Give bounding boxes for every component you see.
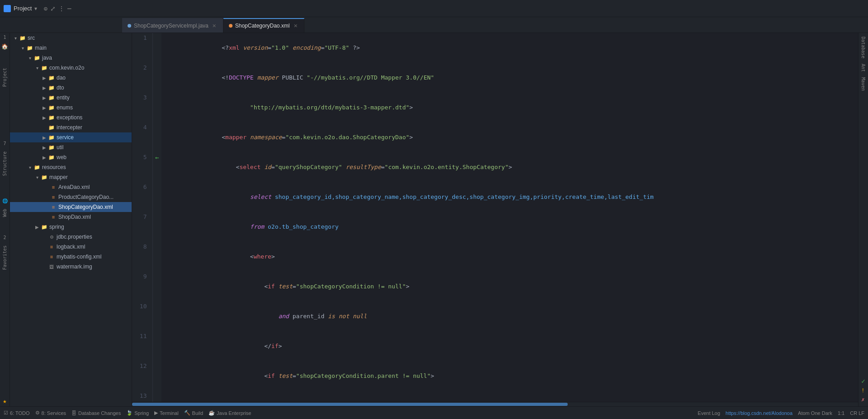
spring-folder-icon: 📁 — [41, 223, 48, 231]
star-icon[interactable]: ★ — [3, 397, 6, 405]
left-vtab-project[interactable]: Project — [1, 66, 8, 89]
expand-icon[interactable]: ⤢ — [50, 5, 56, 12]
dao-label: dao — [57, 75, 66, 81]
sidebar-item-main[interactable]: ▾ 📁 main — [10, 43, 132, 53]
line-num-13: 13 — [132, 391, 152, 402]
java-folder-icon: 📁 — [33, 54, 41, 61]
sidebar-item-mapper[interactable]: ▾ 📁 mapper — [10, 172, 132, 182]
status-bar: ☑ 6: TODO ⚙ 8: Services 🗄 Database Chang… — [0, 406, 868, 419]
left-vtab-favorites[interactable]: Favorites — [1, 244, 8, 272]
exceptions-label: exceptions — [57, 114, 82, 121]
status-terminal[interactable]: ▶ Terminal — [154, 410, 179, 416]
tab-java-close[interactable]: ✕ — [211, 23, 218, 29]
sidebar-item-enums[interactable]: ▶ 📁 enums — [10, 103, 132, 113]
sidebar-item-src[interactable]: ▾ 📁 src — [10, 33, 132, 43]
code-line-11: 11 </if> — [132, 331, 858, 361]
url-link[interactable]: https://blog.csdn.net/Alodonoa — [726, 410, 792, 416]
tab-xml-close[interactable]: ✕ — [292, 23, 299, 29]
main-layout: 1 🏠 Project 7 Structure 🌐 Web 2 Favorite… — [0, 33, 868, 406]
test-9: test — [278, 283, 292, 290]
tab-java[interactable]: ShopCategoryServiceImpl.java ✕ — [122, 18, 223, 33]
status-todo[interactable]: ☑ 6: TODO — [4, 410, 30, 416]
error-icon[interactable]: ✗ — [861, 396, 865, 403]
sidebar-item-entity[interactable]: ▶ 📁 entity — [10, 93, 132, 103]
sidebar-item-web[interactable]: ▶ 📁 web — [10, 152, 132, 162]
sidebar-item-service[interactable]: ▶ 📁 service — [10, 132, 132, 142]
left-vtabs: 1 🏠 Project 7 Structure 🌐 Web 2 Favorite… — [0, 33, 10, 406]
sidebar-item-resources[interactable]: ▾ 📁 resources — [10, 162, 132, 172]
tab-xml[interactable]: ShopCategoryDao.xml ✕ — [223, 18, 305, 33]
db-icon: 🗄 — [71, 410, 76, 416]
project-label[interactable]: Project — [14, 5, 32, 12]
cursor-pos[interactable]: 1:1 — [838, 410, 844, 416]
sidebar-item-shopcategorydao[interactable]: ▶ ≡ ShopCategoryDao.xml — [10, 202, 132, 212]
int-folder-icon: 📁 — [48, 124, 55, 131]
encoding-label[interactable]: CR LF — [850, 410, 864, 416]
spring-icon: 🍃 — [126, 410, 133, 416]
maven-vtab[interactable]: Maven — [860, 75, 867, 93]
target-icon[interactable]: ⊙ — [43, 5, 47, 12]
left-vtab-structure[interactable]: Structure — [1, 150, 8, 178]
home-icon[interactable]: 🏠 — [1, 43, 8, 50]
status-dbchanges[interactable]: 🗄 Database Changes — [71, 410, 121, 416]
line-num-9: 9 — [132, 272, 152, 301]
sidebar-item-exceptions[interactable]: ▶ 📁 exceptions — [10, 113, 132, 122]
xml-eq-1a: = — [268, 44, 271, 51]
web-icon[interactable]: 🌐 — [2, 198, 8, 203]
sidebar-item-java[interactable]: ▾ 📁 java — [10, 53, 132, 63]
theme-label[interactable]: Atom One Dark — [798, 410, 832, 416]
database-vtab[interactable]: Database — [860, 35, 867, 60]
sidebar-item-package[interactable]: ▾ 📁 com.kevin.o2o — [10, 63, 132, 73]
sidebar-item-shopdao[interactable]: ▶ ≡ ShopDao.xml — [10, 212, 132, 222]
warning-icon[interactable]: ! — [861, 387, 865, 394]
logback-label: logback.xml — [57, 244, 85, 250]
from-7: from — [250, 223, 264, 230]
check-icon[interactable]: ✓ — [861, 377, 865, 385]
sidebar-item-dto[interactable]: ▶ 📁 dto — [10, 83, 132, 93]
sidebar-item-intercepter[interactable]: ▶ 📁 intercepter — [10, 122, 132, 132]
spring-label: spring — [49, 224, 64, 230]
tag-4: mapper — [225, 134, 247, 141]
status-services[interactable]: ⚙ 8: Services — [35, 410, 66, 416]
sidebar-item-watermark[interactable]: ▶ 🖼 watermark.img — [10, 262, 132, 272]
status-spring[interactable]: 🍃 Spring — [126, 410, 149, 416]
shopdao-label: ShopDao.xml — [58, 214, 91, 220]
sidebar-item-productcategorydao[interactable]: ▶ ≡ ProductCategoryDao... — [10, 192, 132, 202]
code-line-6: 6 select shop_category_id,shop_category_… — [132, 182, 858, 212]
sidebar-item-jdbc[interactable]: ▶ ⚙ jdbc.properties — [10, 232, 132, 242]
scrollbar-thumb[interactable] — [132, 403, 568, 406]
left-vtab-web[interactable]: Web — [1, 207, 8, 219]
line-gutter-7 — [152, 212, 161, 242]
javaent-icon: ☕ — [209, 410, 215, 416]
minimize-icon[interactable]: ─ — [67, 5, 71, 12]
line-num-1: 1 — [132, 33, 152, 63]
ant-vtab[interactable]: Ant — [860, 62, 867, 74]
editor-content[interactable]: 1 <?xml version="1.0" encoding="UTF-8" ?… — [132, 33, 858, 402]
more-icon[interactable]: ⋮ — [58, 5, 65, 12]
code-line-10: 10 and parent_id is not null — [132, 301, 858, 331]
exc-arrow: ▶ — [41, 114, 48, 121]
sidebar-item-areadao[interactable]: ▶ ≡ AreaDao.xml — [10, 182, 132, 192]
sidebar-item-logback[interactable]: ▶ ≡ logback.xml — [10, 242, 132, 252]
project-dropdown-icon[interactable]: ▾ — [34, 5, 37, 12]
shopdao-icon: ≡ — [50, 213, 57, 221]
status-build[interactable]: 🔨 Build — [184, 410, 203, 416]
editor-scrollbar[interactable] — [132, 402, 858, 406]
project-icon — [4, 5, 11, 12]
select-6: select — [250, 193, 271, 200]
src-folder-icon: 📁 — [19, 34, 26, 42]
status-javaent[interactable]: ☕ Java Enterprise — [209, 410, 251, 416]
sidebar-item-mybatis[interactable]: ▶ ≡ mybatis-config.xml — [10, 252, 132, 262]
sidebar-item-spring[interactable]: ▶ 📁 spring — [10, 222, 132, 232]
service-label: service — [57, 134, 74, 141]
tag-11: if — [271, 343, 279, 349]
util-arrow: ▶ — [41, 144, 48, 151]
sidebar-item-dao[interactable]: ▶ 📁 dao — [10, 73, 132, 83]
entity-folder-icon: 📁 — [48, 94, 55, 101]
mybatis-icon: ≡ — [48, 253, 55, 260]
tab-bar: ShopCategoryServiceImpl.java ✕ ShopCateg… — [0, 17, 868, 33]
event-log-label[interactable]: Event Log — [698, 410, 721, 416]
sidebar-item-util[interactable]: ▶ 📁 util — [10, 142, 132, 152]
is-10: is not null — [328, 313, 367, 320]
build-label: Build — [192, 410, 203, 416]
